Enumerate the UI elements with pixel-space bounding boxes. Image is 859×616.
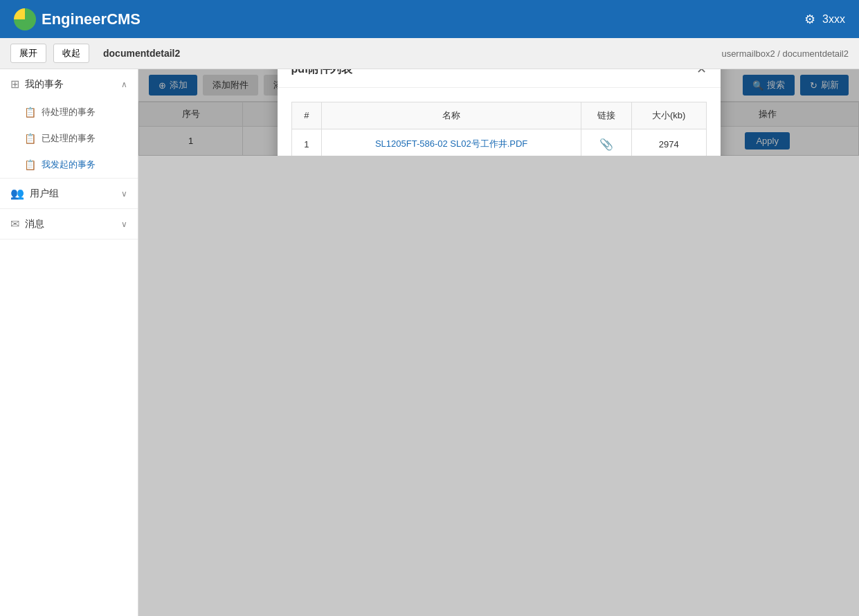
collapse-button[interactable]: 收起: [53, 44, 89, 63]
subheader: 展开 收起 documentdetail2 usermailbox2 / doc…: [0, 38, 859, 69]
sidebar: ⊞ 我的事务 ∧ 📋 待处理的事务 📋 已处理的事务 📋 我发起的事务 👥 用户…: [0, 69, 138, 616]
sidebar-messages-label: 消息: [25, 218, 44, 230]
sidebar-item-initiated[interactable]: 📋 我发起的事务: [0, 152, 138, 178]
sidebar-user-group[interactable]: 👥 用户组 ∨: [0, 179, 138, 208]
paperclip-icon[interactable]: 📎: [599, 138, 613, 150]
tasks-icon: ⊞: [10, 78, 19, 91]
page-title: documentdetail2: [103, 48, 180, 59]
main-layout: ⊞ 我的事务 ∧ 📋 待处理的事务 📋 已处理的事务 📋 我发起的事务 👥 用户…: [0, 69, 859, 616]
modal-title: pdf附件列表: [291, 69, 353, 77]
logo-text: EngineerCMS: [42, 10, 141, 28]
modal-col-name: 名称: [322, 102, 581, 129]
logo: EngineerCMS: [14, 8, 141, 30]
initiated-icon: 📋: [24, 159, 36, 170]
file-link[interactable]: SL1205FT-586-02 SL02号工作井.PDF: [375, 138, 527, 149]
breadcrumb-user: usermailbox2: [721, 48, 775, 59]
sidebar-initiated-label: 我发起的事务: [42, 158, 96, 171]
sidebar-my-tasks[interactable]: ⊞ 我的事务 ∧: [0, 69, 138, 99]
sidebar-section-tasks: ⊞ 我的事务 ∧ 📋 待处理的事务 📋 已处理的事务 📋 我发起的事务: [0, 69, 138, 179]
breadcrumb-page: documentdetail2: [783, 48, 849, 59]
breadcrumb-sep: /: [777, 48, 782, 59]
sidebar-messages[interactable]: ✉ 消息 ∨: [0, 209, 138, 239]
expand-button[interactable]: 展开: [10, 44, 46, 63]
modal-col-link: 链接: [581, 102, 631, 129]
modal-close-button[interactable]: ✕: [696, 69, 707, 75]
content-wrapper: ⊕ 添加 添加附件 添加附件 🔍 搜索 ↻ 刷新: [138, 69, 859, 616]
modal-body: # 名称 链接 大小(kb) 1 SL1205FT: [278, 88, 721, 156]
username: 3xxx: [822, 13, 845, 26]
header-right: ⚙ 3xxx: [804, 12, 845, 27]
modal-col-num: #: [291, 102, 322, 129]
header: EngineerCMS ⚙ 3xxx: [0, 0, 859, 38]
messages-arrow-icon: ∨: [121, 219, 127, 229]
modal-cell-num: 1: [291, 129, 322, 156]
content: ⊕ 添加 添加附件 添加附件 🔍 搜索 ↻ 刷新: [138, 69, 859, 156]
sidebar-processed-label: 已处理的事务: [42, 132, 96, 145]
modal-overlay: pdf附件列表 ✕ # 名称 链接 大小(kb): [138, 69, 859, 156]
sidebar-section-usergroup: 👥 用户组 ∨: [0, 179, 138, 209]
logo-icon: [14, 8, 36, 30]
modal-table-row: 1 SL1205FT-586-02 SL02号工作井.PDF 📎 2974: [291, 129, 706, 156]
sidebar-pending-label: 待处理的事务: [42, 106, 96, 118]
modal-cell-name: SL1205FT-586-02 SL02号工作井.PDF: [322, 129, 581, 156]
modal-col-size: 大小(kb): [631, 102, 706, 129]
modal-cell-link: 📎: [581, 129, 631, 156]
usergroup-arrow-icon: ∨: [121, 189, 127, 199]
pending-icon: 📋: [24, 107, 36, 118]
gear-icon[interactable]: ⚙: [804, 12, 815, 27]
sidebar-usergroup-label: 用户组: [30, 188, 59, 200]
sidebar-section-messages: ✉ 消息 ∨: [0, 209, 138, 239]
modal-cell-size: 2974: [631, 129, 706, 156]
tasks-arrow-icon: ∧: [121, 80, 127, 89]
modal-header: pdf附件列表 ✕: [278, 69, 721, 88]
usergroup-icon: 👥: [10, 187, 24, 200]
modal-header-row: # 名称 链接 大小(kb): [291, 102, 706, 129]
sidebar-my-tasks-label: 我的事务: [25, 78, 64, 91]
breadcrumb: usermailbox2 / documentdetail2: [721, 48, 849, 59]
modal: pdf附件列表 ✕ # 名称 链接 大小(kb): [278, 69, 721, 156]
messages-icon: ✉: [10, 217, 19, 230]
sidebar-item-pending[interactable]: 📋 待处理的事务: [0, 99, 138, 125]
modal-table: # 名称 链接 大小(kb) 1 SL1205FT: [291, 102, 707, 156]
processed-icon: 📋: [24, 133, 36, 144]
sidebar-item-processed[interactable]: 📋 已处理的事务: [0, 125, 138, 152]
